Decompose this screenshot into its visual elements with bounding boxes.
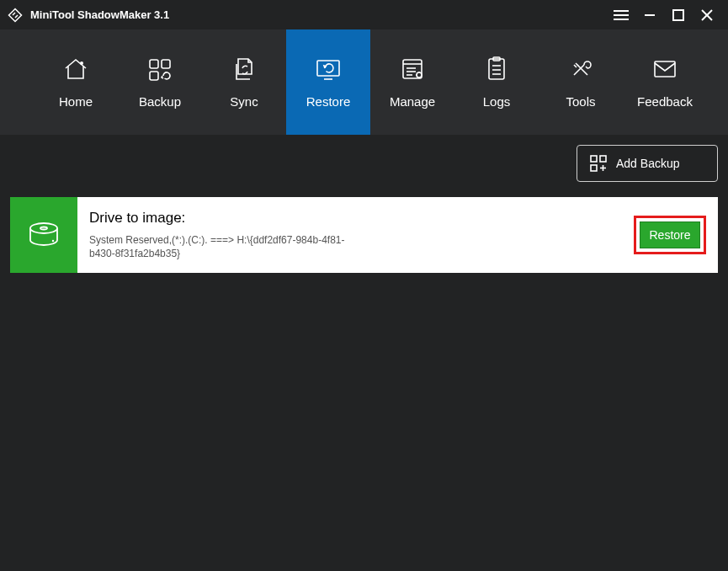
nav-home[interactable]: Home	[34, 29, 118, 135]
nav-logs[interactable]: Logs	[454, 29, 539, 135]
svg-point-31	[40, 227, 47, 230]
close-button[interactable]	[693, 0, 721, 29]
svg-rect-19	[489, 59, 504, 79]
app-window: MiniTool ShadowMaker 3.1 Home	[0, 0, 728, 571]
feedback-icon	[651, 56, 678, 83]
nav-manage-label: Manage	[390, 94, 435, 109]
manage-icon	[399, 56, 426, 83]
svg-rect-4	[673, 10, 683, 20]
backup-icon	[146, 56, 173, 83]
nav-feedback[interactable]: Feedback	[623, 29, 707, 135]
grid-plus-icon	[589, 154, 608, 173]
content-area: Add Backup Drive to image: System Reserv…	[0, 135, 728, 571]
nav-backup-label: Backup	[139, 94, 181, 109]
nav-backup[interactable]: Backup	[118, 29, 202, 135]
card-heading: Drive to image:	[89, 210, 625, 227]
card-details: System Reserved,(*:).(C:). ===> H:\{ddf2…	[89, 233, 359, 260]
backup-card: Drive to image: System Reserved,(*:).(C:…	[10, 197, 718, 273]
card-actions: Restore	[634, 197, 718, 273]
svg-rect-25	[591, 156, 597, 162]
svg-rect-26	[600, 156, 606, 162]
window-title: MiniTool ShadowMaker 3.1	[30, 8, 607, 21]
minimize-button[interactable]	[635, 0, 664, 29]
main-nav: Home Backup	[0, 29, 728, 135]
nav-tools[interactable]: Tools	[539, 29, 623, 135]
tools-icon	[567, 56, 594, 83]
add-backup-label: Add Backup	[616, 157, 680, 170]
maximize-button[interactable]	[664, 0, 693, 29]
nav-logs-label: Logs	[483, 94, 511, 109]
svg-rect-10	[150, 72, 158, 80]
card-body: Drive to image: System Reserved,(*:).(C:…	[77, 197, 634, 273]
nav-sync-label: Sync	[230, 94, 258, 109]
drive-icon	[25, 220, 62, 250]
svg-rect-8	[150, 60, 158, 68]
svg-point-7	[81, 62, 82, 64]
nav-tools-label: Tools	[566, 94, 595, 109]
svg-point-32	[52, 240, 54, 242]
app-logo-icon	[7, 7, 24, 24]
restore-button[interactable]: Restore	[640, 221, 700, 248]
top-actions: Add Backup	[10, 145, 718, 182]
nav-manage[interactable]: Manage	[370, 29, 454, 135]
nav-restore[interactable]: Restore	[286, 29, 370, 135]
nav-feedback-label: Feedback	[637, 94, 693, 109]
svg-rect-24	[655, 61, 675, 77]
nav-restore-label: Restore	[306, 94, 351, 109]
home-icon	[62, 56, 89, 83]
nav-home-label: Home	[59, 94, 93, 109]
add-backup-button[interactable]: Add Backup	[577, 145, 718, 182]
svg-rect-27	[591, 165, 597, 171]
menu-button[interactable]	[607, 0, 635, 29]
title-bar: MiniTool ShadowMaker 3.1	[0, 0, 728, 29]
card-icon-panel	[10, 197, 77, 273]
restore-highlight: Restore	[634, 216, 706, 254]
restore-icon	[314, 56, 343, 83]
logs-icon	[485, 56, 508, 83]
sync-icon	[231, 56, 257, 83]
svg-rect-9	[162, 60, 170, 68]
nav-sync[interactable]: Sync	[202, 29, 286, 135]
svg-point-30	[30, 223, 57, 233]
svg-rect-11	[317, 61, 339, 76]
